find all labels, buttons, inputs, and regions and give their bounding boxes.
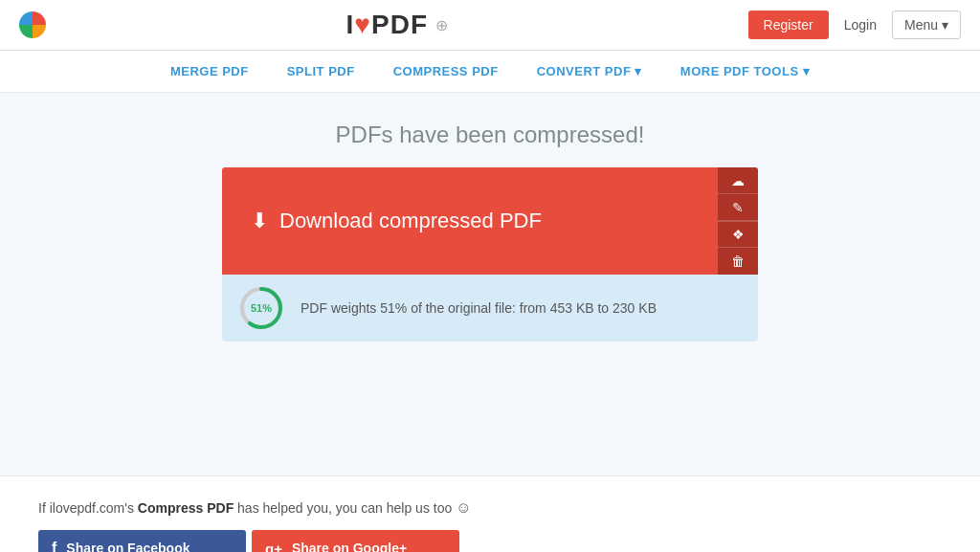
menu-label: Menu [904, 17, 938, 33]
facebook-label: Share on Facebook [66, 541, 189, 552]
help-prefix: If ilovepdf.com's [38, 500, 138, 516]
progress-circle: 51% [237, 284, 285, 332]
trash-icon: 🗑 [731, 254, 745, 269]
chevron-down-icon: ▾ [635, 64, 642, 78]
cloud-upload-button[interactable]: ☁ [718, 167, 758, 194]
nav-more-pdf-tools[interactable]: MORE PDF TOOLS ▾ [680, 64, 810, 78]
logo-heart: ♥ [354, 10, 371, 40]
menu-button[interactable]: Menu ▾ [892, 11, 961, 39]
nav-split-pdf[interactable]: SPLIT PDF [287, 64, 355, 78]
facebook-icon: f [52, 540, 56, 552]
login-button[interactable]: Login [836, 11, 884, 39]
help-bold: Compress PDF [138, 500, 234, 516]
dropbox-icon: ❖ [732, 227, 745, 242]
chrome-icon [19, 11, 46, 38]
download-action-buttons: ☁ ✎ ❖ 🗑 [718, 167, 758, 275]
help-suffix: has helped you, you can help us too [234, 500, 452, 516]
share-icon[interactable]: ⊕ [435, 16, 448, 34]
header-actions: Register Login Menu ▾ [748, 11, 961, 39]
progress-info: PDF weights 51% of the original file: fr… [301, 300, 657, 316]
download-label: Download compressed PDF [279, 209, 542, 233]
logo-text-group: I ♥ PDF ⊕ [346, 10, 448, 40]
edit-icon: ✎ [732, 200, 744, 215]
progress-area: 51% PDF weights 51% of the original file… [222, 275, 758, 342]
chevron-down-icon: ▾ [942, 17, 948, 33]
cloud-icon: ☁ [731, 173, 745, 188]
help-text: If ilovepdf.com's Compress PDF has helpe… [38, 499, 942, 517]
googleplus-button[interactable]: g+ Share on Google+ [252, 530, 459, 552]
dropbox-button[interactable]: ❖ [718, 221, 758, 248]
smiley-icon: ☺ [456, 499, 471, 516]
nav-convert-pdf[interactable]: CONVERT PDF ▾ [537, 64, 642, 78]
edit-button[interactable]: ✎ [718, 194, 758, 221]
nav-merge-pdf[interactable]: MERGE PDF [170, 64, 249, 78]
download-bar: ⬇ Download compressed PDF ☁ ✎ ❖ 🗑 [222, 167, 758, 275]
googleplus-icon: g+ [265, 541, 282, 553]
facebook-button[interactable]: f Share on Facebook [38, 530, 246, 552]
nav-compress-pdf[interactable]: COMPRESS PDF [393, 64, 499, 78]
googleplus-label: Share on Google+ [292, 541, 407, 552]
download-button[interactable]: ⬇ Download compressed PDF [222, 167, 718, 275]
navigation: MERGE PDF SPLIT PDF COMPRESS PDF CONVERT… [0, 51, 980, 93]
svg-text:51%: 51% [251, 302, 272, 314]
register-button[interactable]: Register [748, 11, 829, 39]
download-section: ⬇ Download compressed PDF ☁ ✎ ❖ 🗑 [222, 167, 758, 342]
main-content: PDFs have been compressed! ⬇ Download co… [0, 93, 980, 475]
logo [19, 11, 46, 38]
delete-button[interactable]: 🗑 [718, 248, 758, 275]
logo-prefix: I [346, 10, 355, 40]
success-title: PDFs have been compressed! [336, 121, 645, 148]
download-icon: ⬇ [251, 209, 268, 233]
logo-suffix: PDF [371, 10, 428, 40]
chevron-down-icon: ▾ [803, 64, 811, 78]
social-buttons: f Share on Facebook g+ Share on Google+ … [38, 530, 459, 552]
bottom-section: If ilovepdf.com's Compress PDF has helpe… [0, 475, 980, 552]
header: I ♥ PDF ⊕ Register Login Menu ▾ [0, 0, 980, 51]
